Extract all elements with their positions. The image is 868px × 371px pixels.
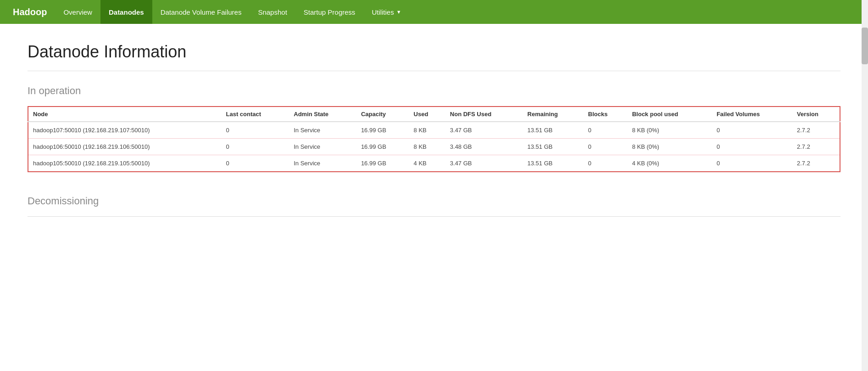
cell-row0-col3: 16.99 GB: [356, 122, 409, 139]
col-used: Used: [409, 107, 445, 122]
nav-item-overview[interactable]: Overview: [55, 0, 100, 24]
nav-item-startup-progress[interactable]: Startup Progress: [295, 0, 364, 24]
cell-row1-col9: 0: [712, 139, 792, 155]
cell-row0-col0[interactable]: hadoop107:50010 (192.168.219.107:50010): [28, 122, 221, 139]
scrollbar-thumb[interactable]: [862, 28, 868, 64]
cell-row0-col10: 2.7.2: [792, 122, 840, 139]
nav-item-datanodes[interactable]: Datanodes: [100, 0, 152, 24]
nav-item-datanode-volume-failures[interactable]: Datanode Volume Failures: [152, 0, 250, 24]
col-non-dfs-used: Non DFS Used: [445, 107, 523, 122]
col-capacity: Capacity: [356, 107, 409, 122]
in-operation-table: Node Last contact Admin State Capacity U…: [28, 106, 840, 172]
cell-row2-col4: 4 KB: [409, 155, 445, 172]
col-failed-volumes: Failed Volumes: [712, 107, 792, 122]
cell-row2-col7: 0: [584, 155, 628, 172]
cell-row2-col10: 2.7.2: [792, 155, 840, 172]
table-row: hadoop106:50010 (192.168.219.106:50010)0…: [28, 139, 840, 155]
cell-row1-col10: 2.7.2: [792, 139, 840, 155]
cell-row0-col1: 0: [221, 122, 289, 139]
col-admin-state: Admin State: [289, 107, 356, 122]
cell-row2-col0[interactable]: hadoop105:50010 (192.168.219.105:50010): [28, 155, 221, 172]
decomissioning-divider: [28, 216, 840, 217]
cell-row1-col4: 8 KB: [409, 139, 445, 155]
col-block-pool-used: Block pool used: [628, 107, 712, 122]
title-divider: [28, 71, 840, 71]
nav-item-snapshot[interactable]: Snapshot: [250, 0, 295, 24]
col-node: Node: [28, 107, 221, 122]
main-content: Datanode Information In operation Node L…: [0, 24, 868, 258]
col-version: Version: [792, 107, 840, 122]
cell-row0-col4: 8 KB: [409, 122, 445, 139]
in-operation-title: In operation: [28, 85, 840, 97]
in-operation-section: In operation Node Last contact Admin Sta…: [28, 85, 840, 172]
decomissioning-title: Decomissioning: [28, 195, 840, 207]
col-last-contact: Last contact: [221, 107, 289, 122]
cell-row2-col8: 4 KB (0%): [628, 155, 712, 172]
cell-row2-col5: 3.47 GB: [445, 155, 523, 172]
cell-row1-col2: In Service: [289, 139, 356, 155]
cell-row2-col1: 0: [221, 155, 289, 172]
decomissioning-section: Decomissioning: [28, 195, 840, 217]
cell-row1-col1: 0: [221, 139, 289, 155]
table-row: hadoop107:50010 (192.168.219.107:50010)0…: [28, 122, 840, 139]
table-header-row: Node Last contact Admin State Capacity U…: [28, 107, 840, 122]
cell-row0-col7: 0: [584, 122, 628, 139]
col-remaining: Remaining: [523, 107, 584, 122]
table-row: hadoop105:50010 (192.168.219.105:50010)0…: [28, 155, 840, 172]
cell-row1-col6: 13.51 GB: [523, 139, 584, 155]
cell-row0-col9: 0: [712, 122, 792, 139]
page-title: Datanode Information: [28, 42, 840, 62]
cell-row2-col3: 16.99 GB: [356, 155, 409, 172]
col-blocks: Blocks: [584, 107, 628, 122]
scrollbar[interactable]: [862, 0, 868, 258]
cell-row0-col6: 13.51 GB: [523, 122, 584, 139]
cell-row2-col9: 0: [712, 155, 792, 172]
cell-row0-col5: 3.47 GB: [445, 122, 523, 139]
nav-brand[interactable]: Hadoop: [5, 0, 55, 24]
cell-row1-col0[interactable]: hadoop106:50010 (192.168.219.106:50010): [28, 139, 221, 155]
cell-row1-col5: 3.48 GB: [445, 139, 523, 155]
cell-row2-col6: 13.51 GB: [523, 155, 584, 172]
main-nav: Hadoop Overview Datanodes Datanode Volum…: [0, 0, 868, 24]
nav-item-utilities[interactable]: Utilities ▼: [363, 0, 409, 24]
utilities-dropdown-arrow: ▼: [396, 9, 401, 15]
cell-row0-col8: 8 KB (0%): [628, 122, 712, 139]
cell-row0-col2: In Service: [289, 122, 356, 139]
cell-row1-col3: 16.99 GB: [356, 139, 409, 155]
cell-row1-col7: 0: [584, 139, 628, 155]
cell-row2-col2: In Service: [289, 155, 356, 172]
cell-row1-col8: 8 KB (0%): [628, 139, 712, 155]
